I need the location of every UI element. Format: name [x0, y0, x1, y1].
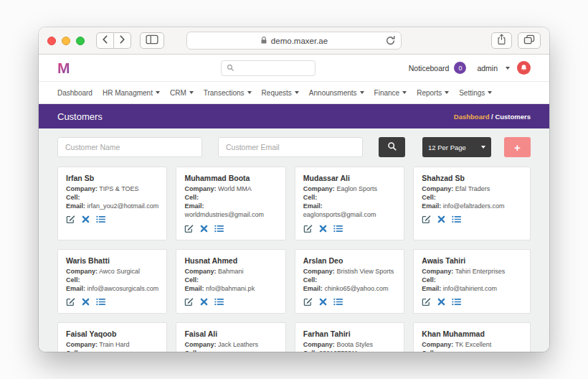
customer-cell-line: Cell: [184, 349, 277, 352]
breadcrumb-separator: / [491, 113, 493, 121]
nav-item[interactable]: Transections [204, 89, 252, 97]
details-list-icon[interactable] [333, 298, 343, 306]
breadcrumb-current: Customers [495, 113, 531, 121]
caret-down-icon [481, 146, 485, 149]
nav-item[interactable]: Settings [459, 89, 492, 97]
nav-item[interactable]: Finance [374, 89, 407, 97]
admin-menu[interactable]: admin [477, 64, 498, 72]
customer-cell-line: Cell: [184, 193, 277, 202]
card-actions [422, 297, 522, 307]
details-list-icon[interactable] [96, 298, 105, 306]
add-customer-button[interactable]: + [504, 137, 531, 157]
filter-row: 12 Per Page + [57, 137, 531, 157]
zoom-button[interactable] [76, 37, 85, 45]
browser-window: demo.maxer.ae M Noticeboard 0 admin [39, 27, 549, 352]
details-list-icon[interactable] [214, 298, 224, 306]
delete-icon[interactable] [319, 225, 327, 233]
cell-label: Cell: [66, 276, 80, 284]
customer-company-line: Company: Awco Surgical [66, 267, 158, 276]
email-value: eaglonsports@gmail.com [303, 211, 376, 218]
edit-icon[interactable] [184, 224, 194, 233]
customer-card: Shahzad Sb Company: Efal Traders Cell: E… [413, 167, 531, 240]
email-label: Email: [303, 285, 323, 292]
share-button[interactable] [491, 32, 512, 49]
edit-icon[interactable] [66, 297, 75, 307]
edit-icon[interactable] [66, 215, 75, 224]
global-search-input[interactable] [238, 64, 310, 72]
delete-icon[interactable] [82, 298, 90, 306]
nav-item[interactable]: Requests [262, 89, 299, 97]
edit-icon[interactable] [184, 297, 194, 307]
edit-icon[interactable] [422, 297, 431, 307]
customer-company-line: Company: Train Hard [66, 340, 158, 349]
customer-company-line: Company: TIPS & TOES [66, 184, 158, 193]
nav-item-label: Reports [417, 89, 442, 97]
details-list-icon[interactable] [333, 225, 343, 233]
delete-icon[interactable] [319, 298, 327, 306]
company-label: Company: [184, 268, 216, 275]
delete-icon[interactable] [437, 215, 445, 223]
notification-avatar[interactable] [517, 61, 531, 75]
customer-cell-line: Cell: [66, 349, 158, 352]
details-list-icon[interactable] [96, 215, 105, 223]
forward-button[interactable] [114, 32, 131, 49]
delete-icon[interactable] [200, 225, 208, 233]
customer-card: Waris Bhatti Company: Awco Surgical Cell… [57, 249, 167, 314]
customer-email-input[interactable] [218, 137, 363, 157]
address-bar[interactable]: demo.maxer.ae [186, 32, 402, 50]
customer-card: Irfan Sb Company: TIPS & TOES Cell: Emai… [57, 167, 167, 240]
customer-name-input[interactable] [57, 137, 202, 157]
minimize-button[interactable] [62, 37, 70, 45]
delete-icon[interactable] [82, 215, 90, 223]
delete-icon[interactable] [200, 298, 208, 306]
customer-email-line: Email: worldmdustries@gmail.com [184, 202, 277, 219]
customer-name: Awais Tahiri [422, 256, 522, 265]
customer-email-line: Email: irfan_you2@hotmail.com [66, 202, 158, 210]
noticeboard-link[interactable]: Noticeboard [409, 64, 450, 72]
nav-item-label: HR Managment [103, 89, 153, 97]
email-label: Email: [66, 285, 85, 292]
breadcrumb-dashboard-link[interactable]: Dashboard [454, 113, 490, 121]
cell-label: Cell: [184, 350, 199, 352]
back-button[interactable] [96, 32, 114, 49]
caret-down-icon [402, 91, 407, 94]
email-value: info@tahirient.com [443, 285, 497, 292]
search-button[interactable] [379, 137, 405, 157]
app-logo[interactable]: M [57, 60, 70, 77]
edit-icon[interactable] [303, 224, 313, 233]
reload-button[interactable] [385, 35, 396, 49]
company-value: Awco Surgical [99, 268, 140, 275]
details-list-icon[interactable] [452, 215, 461, 223]
company-label: Company: [422, 341, 453, 348]
app-header: M Noticeboard 0 admin [39, 55, 549, 82]
toolbar-right-buttons [491, 32, 541, 49]
tabs-overview-button[interactable] [518, 32, 541, 49]
customer-name: Waris Bhatti [66, 256, 158, 265]
per-page-select[interactable]: 12 Per Page [422, 137, 491, 157]
details-list-icon[interactable] [452, 298, 461, 306]
page-title-bar: Customers Dashboard / Customers [39, 104, 549, 128]
customer-card: Faisal Yaqoob Company: Train Hard Cell: … [57, 322, 167, 352]
company-label: Company: [184, 341, 216, 348]
company-value: Train Hard [99, 341, 129, 348]
edit-icon[interactable] [303, 297, 313, 307]
delete-icon[interactable] [437, 298, 445, 306]
nav-item[interactable]: Dashboard [57, 89, 93, 97]
share-icon [497, 34, 506, 48]
nav-item[interactable]: CRM [170, 89, 194, 97]
lock-icon [260, 34, 267, 47]
cell-label: Cell: [422, 276, 436, 284]
customer-cell-line: Cell: [184, 276, 277, 284]
nav-item[interactable]: Reports [417, 89, 449, 97]
close-button[interactable] [47, 37, 56, 45]
customer-name: Farhan Tahiri [303, 329, 396, 338]
nav-item[interactable]: HR Managment [103, 89, 160, 97]
edit-icon[interactable] [422, 215, 431, 224]
details-list-icon[interactable] [214, 225, 224, 233]
bell-icon [520, 62, 528, 75]
customer-cell-line: Cell: 03216773311 [303, 349, 396, 352]
customer-email-line: Email: chinko65@yahoo.com [303, 284, 396, 293]
customer-cell-line: Cell: [303, 276, 396, 284]
nav-item[interactable]: Announsments [309, 89, 364, 97]
sidebar-toggle-button[interactable] [140, 32, 164, 49]
